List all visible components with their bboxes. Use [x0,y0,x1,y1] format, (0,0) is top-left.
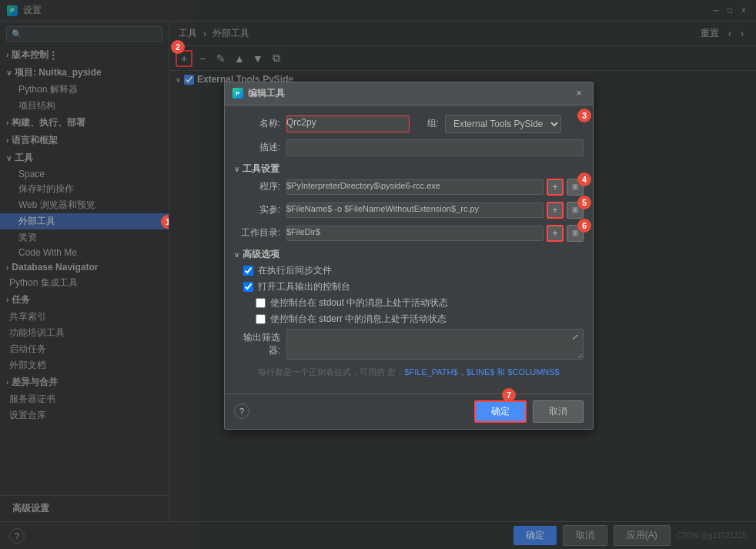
description-label: 描述: [234,141,280,154]
hint-text: 每行都是一个正则表达式，可用的 宏：$FILE_PATH$，$LINE$ 和 $… [234,365,584,384]
advanced-arrow: ∨ [234,250,239,259]
annotation-3: 3 [577,109,591,122]
dialog-close-button[interactable]: × [573,87,585,99]
args-input-group: $FileName$ -o $FileNameWithoutExtension$… [286,202,584,219]
annotation-7: 7 [502,388,516,402]
dialog-cancel-button[interactable]: 取消 [533,400,584,423]
filter-expand-button[interactable]: ⤢ [568,330,582,344]
console-checkbox[interactable] [243,282,253,292]
filter-row: 输出筛选器: ⤢ [234,329,584,362]
console-row: 打开工具输出的控制台 [234,280,584,293]
annotation-5: 5 [577,196,591,209]
dialog-footer-buttons: 确定 取消 [474,400,584,423]
hint-prefix: 每行都是一个正则表达式，可用的 宏： [258,367,404,377]
dialog-icon: P [232,88,243,99]
filter-label: 输出筛选器: [234,329,280,357]
workdir-input-group: $FileDir$ + ⊞ [286,225,584,242]
edit-tool-dialog: P 编辑工具 × 名称: Qrc2py 组: External Tools Py… [224,82,594,430]
name-input[interactable] [286,115,410,132]
args-input[interactable] [286,203,544,218]
dialog-title-bar: P 编辑工具 × [225,82,593,105]
description-row: 描述: [234,139,584,156]
workdir-input[interactable] [286,226,544,241]
dialog-body: 名称: Qrc2py 组: External Tools PySide 3 描述… [225,105,593,393]
program-row: 程序: $PyInterpreterDirectory$\pyside6-rcc… [234,179,584,196]
args-row: 实参: $FileName$ -o $FileNameWithoutExtens… [234,202,584,219]
annotation-4: 4 [577,172,591,186]
stdout-row: 使控制台在 stdout 中的消息上处于活动状态 [234,296,584,310]
dialog-overlay: P 编辑工具 × 名称: Qrc2py 组: External Tools Py… [0,0,756,549]
dialog-title: 编辑工具 [248,87,573,100]
program-input[interactable] [286,179,544,195]
filter-input-wrapper: ⤢ [286,329,584,362]
stdout-label: 使控制台在 stdout 中的消息上处于活动状态 [270,296,448,310]
dialog-footer: ? 确定 取消 7 [225,393,593,429]
stderr-label: 使控制台在 stderr 中的消息上处于活动状态 [270,313,447,326]
filter-input[interactable] [286,329,584,360]
program-input-group: $PyInterpreterDirectory$\pyside6-rcc.exe… [286,179,584,196]
tool-settings-arrow: ∨ [234,165,239,173]
console-label: 打开工具输出的控制台 [258,280,350,293]
name-group-row: 名称: Qrc2py 组: External Tools PySide 3 [234,115,584,133]
sync-label: 在执行后同步文件 [258,264,332,277]
annotation-6: 6 [577,219,591,233]
advanced-label: 高级选项 [243,248,279,261]
tool-settings-label: 工具设置 [243,162,279,176]
dialog-ok-button[interactable]: 确定 [474,400,527,423]
workdir-label: 工作目录: [234,226,280,239]
description-input[interactable] [286,139,584,156]
program-add-button[interactable]: + [547,179,564,196]
workdir-add-button[interactable]: + [547,225,564,242]
sync-checkbox[interactable] [243,266,253,276]
stdout-checkbox[interactable] [256,298,266,308]
annotation-2: 2 [171,40,185,54]
hint-highlight: $FILE_PATH$，$LINE$ 和 $COLUMNS$ [404,367,559,377]
sync-row: 在执行后同步文件 [234,264,584,277]
tool-settings-section: ∨ 工具设置 [234,162,584,176]
program-label: 程序: [234,180,280,193]
stderr-row: 使控制台在 stderr 中的消息上处于活动状态 [234,313,584,326]
group-select[interactable]: External Tools PySide [445,115,561,133]
stderr-checkbox[interactable] [256,314,266,324]
args-add-button[interactable]: + [547,202,564,219]
dialog-help-button[interactable]: ? [234,403,249,419]
advanced-section: ∨ 高级选项 [234,248,584,261]
name-label: 名称: [234,117,280,130]
args-label: 实参: [234,203,280,216]
group-label: 组: [416,117,439,130]
workdir-row: 工作目录: $FileDir$ + ⊞ 6 [234,225,584,242]
